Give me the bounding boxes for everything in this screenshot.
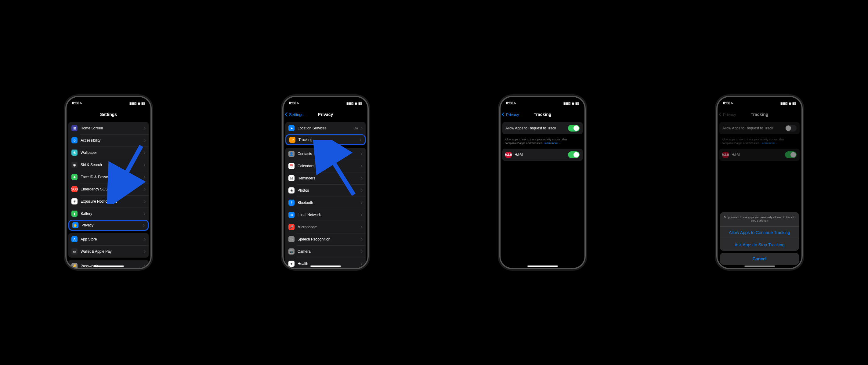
row-icon: ✳: [71, 199, 78, 205]
settings-row-app-store[interactable]: AApp Store: [68, 233, 149, 245]
learn-more-link[interactable]: Learn more...: [544, 142, 560, 145]
row-label: Health: [298, 262, 360, 266]
app-row-hm: H&M H&M: [719, 149, 800, 161]
nav-header: Privacy Tracking: [717, 109, 802, 120]
settings-row-privacy[interactable]: ✋Privacy: [68, 220, 149, 231]
allow-tracking-row[interactable]: Allow Apps to Request to Track: [502, 122, 583, 134]
wifi-icon: ◉: [789, 102, 792, 105]
chevron-left-icon: [502, 112, 506, 117]
row-icon: ❀: [71, 150, 78, 156]
action-sheet: Do you want to ask apps you previously a…: [720, 212, 799, 265]
row-label: Local Network: [298, 213, 360, 217]
settings-row-contacts[interactable]: 👤Contacts: [285, 148, 366, 160]
allow-label: Allow Apps to Request to Track: [505, 126, 568, 130]
row-icon: ♥: [288, 261, 294, 267]
settings-row-emergency-sos[interactable]: SOSEmergency SOS: [68, 183, 149, 195]
settings-row-microphone[interactable]: 🎤Microphone: [285, 221, 366, 233]
settings-row-face-id-passcode[interactable]: ☻Face ID & Passcode: [68, 171, 149, 183]
allow-tracking-row: Allow Apps to Request to Track: [719, 122, 800, 134]
row-label: Wallet & Apple Pay: [81, 249, 143, 253]
settings-row-reminders[interactable]: ☑Reminders: [285, 172, 366, 184]
chevron-right-icon: [360, 262, 363, 265]
chevron-right-icon: [360, 177, 363, 180]
app-label: H&M: [515, 153, 568, 157]
settings-row-siri-search[interactable]: ◉Siri & Search: [68, 159, 149, 171]
settings-row-speech-recognition[interactable]: 〰Speech Recognition: [285, 233, 366, 245]
signal-icon: ▮▮▮▯: [563, 102, 571, 105]
row-icon: ▭: [71, 248, 78, 254]
home-indicator[interactable]: [310, 266, 341, 267]
settings-row-bluetooth[interactable]: ᛒBluetooth: [285, 196, 366, 209]
chevron-right-icon: [360, 238, 363, 241]
screen: Settings Privacy ➤Location ServicesOn↗Tr…: [283, 109, 368, 268]
app-toggle[interactable]: [568, 151, 580, 158]
sheet-cancel[interactable]: Cancel: [720, 253, 799, 265]
home-indicator[interactable]: [527, 266, 558, 267]
wifi-icon: ◉: [138, 102, 141, 105]
settings-row-accessibility[interactable]: ☺Accessibility: [68, 134, 149, 147]
row-icon: ☺: [71, 137, 78, 144]
row-label: Tracking: [299, 138, 359, 142]
chevron-right-icon: [143, 265, 146, 268]
settings-row-battery[interactable]: ▮Battery: [68, 208, 149, 220]
settings-row-wallet-apple-pay[interactable]: ▭Wallet & Apple Pay: [68, 245, 149, 257]
status-time: 8:58: [506, 101, 513, 105]
notch: [90, 97, 127, 104]
allow-toggle[interactable]: [568, 125, 580, 131]
settings-group: 🔑Passwords✉Mail👤Contacts📅Calendar▤Notes: [68, 260, 149, 268]
settings-row-photos[interactable]: ❀Photos: [285, 184, 366, 196]
settings-row-exposure-notifications[interactable]: ✳Exposure Notifications: [68, 195, 149, 208]
row-icon: ☑: [288, 175, 294, 181]
row-icon: 〰: [288, 236, 294, 242]
settings-row-passwords[interactable]: 🔑Passwords: [68, 260, 149, 268]
row-icon: ❀: [288, 187, 294, 193]
screen: Privacy Tracking Allow Apps to Request t…: [717, 109, 802, 268]
notch: [524, 97, 561, 104]
row-icon: SOS: [71, 186, 78, 192]
chevron-right-icon: [143, 212, 146, 215]
chevron-left-icon: [285, 112, 289, 117]
allow-group: Allow Apps to Request to Track: [502, 122, 583, 134]
sheet-continue-tracking[interactable]: Allow Apps to Continue Tracking: [720, 226, 799, 239]
chevron-right-icon: [360, 189, 363, 192]
status-time: 8:58: [72, 101, 79, 105]
row-icon: ✋: [72, 222, 79, 228]
settings-row-wallpaper[interactable]: ❀Wallpaper: [68, 147, 149, 159]
chevron-right-icon: [143, 238, 146, 241]
allow-label: Allow Apps to Request to Track: [722, 126, 785, 130]
row-icon: 📅: [288, 163, 294, 169]
chevron-right-icon: [360, 152, 363, 155]
phone-tracking-sheet: 8:58➤ ▮▮▮▯◉▮▯ Privacy Tracking Allow App…: [716, 96, 803, 269]
row-icon: 🎤: [288, 224, 294, 230]
nav-header: Settings Privacy: [283, 109, 368, 120]
chevron-right-icon: [359, 138, 362, 141]
chevron-right-icon: [143, 188, 146, 191]
settings-row-camera[interactable]: 📷Camera: [285, 245, 366, 257]
settings-row-local-network[interactable]: ⊕Local Network: [285, 209, 366, 221]
settings-group: ⊞Home Screen☺Accessibility❀Wallpaper◉Sir…: [68, 122, 149, 231]
hm-app-icon: H&M: [722, 152, 728, 158]
status-time: 8:58: [723, 101, 730, 105]
phone-privacy: 8:58➤ ▮▮▮▯◉▮▯ Settings Privacy ➤Location…: [282, 96, 369, 269]
settings-row-calendars[interactable]: 📅Calendars: [285, 160, 366, 172]
sheet-stop-tracking[interactable]: Ask Apps to Stop Tracking: [720, 239, 799, 251]
home-indicator[interactable]: [93, 266, 124, 267]
settings-row-tracking[interactable]: ↗Tracking: [285, 134, 366, 145]
chevron-right-icon: [360, 213, 363, 216]
wifi-icon: ◉: [572, 102, 575, 105]
back-button[interactable]: Privacy: [502, 112, 519, 117]
settings-row-home-screen[interactable]: ⊞Home Screen: [68, 122, 149, 134]
settings-row-location-services[interactable]: ➤Location ServicesOn: [285, 122, 366, 134]
row-icon: ᛒ: [288, 200, 294, 206]
row-icon: ⊕: [288, 212, 294, 218]
chevron-right-icon: [360, 201, 363, 204]
row-label: App Store: [81, 237, 143, 241]
row-label: Location Services: [298, 126, 353, 130]
chevron-right-icon: [143, 200, 146, 203]
back-button[interactable]: Settings: [285, 112, 303, 117]
app-row-hm[interactable]: H&M H&M: [502, 149, 583, 161]
screen: Settings ⊞Home Screen☺Accessibility❀Wall…: [66, 109, 151, 268]
status-time: 8:58: [289, 101, 296, 105]
signal-icon: ▮▮▮▯: [129, 102, 137, 105]
row-label: Face ID & Passcode: [81, 175, 143, 179]
